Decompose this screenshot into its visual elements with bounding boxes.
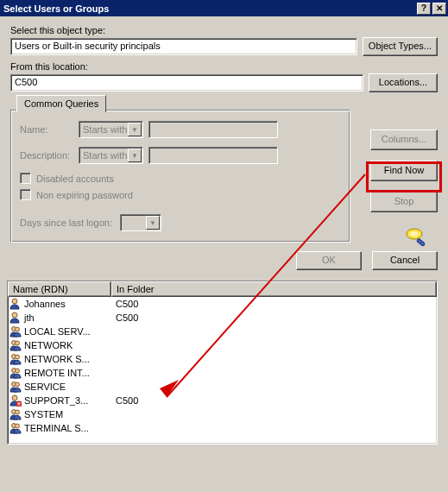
list-item[interactable]: TERMINAL S... bbox=[8, 421, 437, 435]
list-item[interactable]: REMOTE INT... bbox=[8, 366, 437, 380]
list-item[interactable]: NETWORK bbox=[8, 338, 437, 352]
svg-point-18 bbox=[16, 410, 20, 414]
item-folder: C500 bbox=[111, 299, 437, 309]
item-name: Johannes bbox=[24, 299, 66, 309]
window-title: Select Users or Groups bbox=[3, 3, 417, 14]
locations-button[interactable]: Locations... bbox=[369, 73, 438, 92]
name-input bbox=[148, 121, 278, 138]
ok-button[interactable]: OK bbox=[296, 251, 362, 270]
item-name: TERMINAL S... bbox=[24, 423, 89, 433]
item-folder: C500 bbox=[111, 312, 437, 323]
svg-point-6 bbox=[16, 327, 20, 331]
svg-point-10 bbox=[16, 355, 20, 359]
group-icon bbox=[9, 339, 22, 351]
chevron-down-icon: ▼ bbox=[146, 216, 160, 230]
list-item[interactable]: JohannesC500 bbox=[8, 297, 437, 311]
stop-button[interactable]: Stop bbox=[370, 192, 438, 212]
column-folder-header[interactable]: In Folder bbox=[111, 281, 437, 297]
close-button[interactable]: ✕ bbox=[432, 3, 446, 15]
checkbox-icon bbox=[20, 189, 31, 200]
common-queries-tab[interactable]: Common Queries bbox=[16, 95, 106, 112]
svg-point-3 bbox=[12, 299, 17, 304]
list-item[interactable]: SUPPORT_3...C500 bbox=[8, 394, 437, 407]
svg-point-14 bbox=[16, 382, 20, 387]
disabled-accounts-checkbox: Disabled accounts bbox=[20, 173, 341, 184]
list-item[interactable]: SYSTEM bbox=[8, 407, 437, 421]
svg-point-2 bbox=[410, 231, 419, 237]
group-icon bbox=[9, 353, 22, 365]
item-name: NETWORK bbox=[24, 340, 73, 350]
object-type-label: Select this object type: bbox=[10, 25, 438, 35]
help-button[interactable]: ? bbox=[417, 3, 431, 15]
user-x-icon bbox=[9, 394, 22, 407]
svg-rect-1 bbox=[416, 238, 425, 246]
item-name: SYSTEM bbox=[24, 409, 63, 419]
user-icon bbox=[9, 312, 22, 324]
list-item[interactable]: SERVICE bbox=[8, 380, 437, 394]
group-icon bbox=[9, 367, 22, 379]
svg-point-15 bbox=[12, 395, 17, 401]
description-label: Description: bbox=[20, 150, 73, 161]
common-queries-group: Common Queries Name: Starts with ▼ Descr… bbox=[10, 110, 350, 243]
location-label: From this location: bbox=[10, 61, 438, 72]
cancel-button[interactable]: Cancel bbox=[372, 251, 438, 270]
days-since-logon-label: Days since last logon: bbox=[20, 218, 115, 228]
object-types-button[interactable]: Object Types... bbox=[363, 37, 438, 56]
location-field: C500 bbox=[10, 74, 363, 91]
svg-point-8 bbox=[16, 341, 20, 345]
name-mode-combo: Starts with ▼ bbox=[79, 121, 143, 138]
days-since-logon-combo: ▼ bbox=[120, 214, 161, 231]
non-expiring-checkbox: Non expiring password bbox=[20, 189, 341, 200]
item-name: SUPPORT_3... bbox=[24, 395, 88, 406]
find-now-button[interactable]: Find Now bbox=[370, 161, 438, 181]
item-name: REMOTE INT... bbox=[24, 368, 90, 378]
item-name: LOCAL SERV... bbox=[24, 326, 91, 337]
item-name: NETWORK S... bbox=[24, 354, 90, 364]
item-name: SERVICE bbox=[24, 382, 66, 392]
group-icon bbox=[9, 325, 22, 337]
item-folder: C500 bbox=[111, 395, 437, 406]
results-list[interactable]: Name (RDN) In Folder JohannesC500jthC500… bbox=[7, 281, 438, 445]
user-icon bbox=[9, 298, 22, 310]
list-item[interactable]: LOCAL SERV... bbox=[8, 325, 437, 338]
list-item[interactable]: jthC500 bbox=[8, 311, 437, 325]
checkbox-icon bbox=[20, 173, 31, 184]
description-mode-combo: Starts with ▼ bbox=[79, 147, 143, 164]
chevron-down-icon: ▼ bbox=[128, 123, 142, 136]
list-item[interactable]: NETWORK S... bbox=[8, 352, 437, 366]
group-icon bbox=[9, 422, 22, 434]
columns-button[interactable]: Columns... bbox=[370, 129, 438, 150]
svg-point-20 bbox=[16, 424, 20, 428]
svg-point-4 bbox=[12, 312, 17, 318]
column-name-header[interactable]: Name (RDN) bbox=[8, 281, 111, 297]
description-input bbox=[148, 147, 278, 164]
find-icon bbox=[403, 223, 431, 250]
group-icon bbox=[9, 408, 22, 420]
object-type-field: Users or Built-in security principals bbox=[10, 38, 357, 55]
item-name: jth bbox=[24, 312, 35, 323]
name-label: Name: bbox=[20, 124, 73, 135]
group-icon bbox=[9, 381, 22, 393]
title-bar: Select Users or Groups ? ✕ bbox=[0, 0, 448, 16]
svg-point-12 bbox=[16, 369, 20, 373]
chevron-down-icon: ▼ bbox=[128, 148, 142, 162]
